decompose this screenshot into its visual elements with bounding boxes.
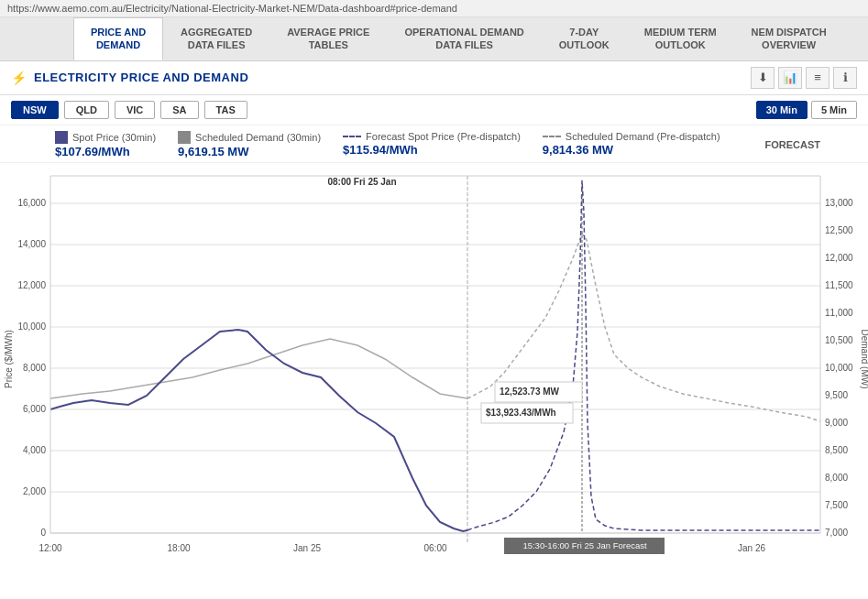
svg-text:8,000: 8,000 [23,363,46,373]
svg-text:0: 0 [40,528,46,538]
svg-text:Jan 26: Jan 26 [738,543,765,553]
region-buttons: NSW QLD VIC SA TAS [11,101,247,119]
region-sa[interactable]: SA [160,101,198,119]
lightning-icon: ⚡ [11,71,27,85]
svg-text:12,500: 12,500 [825,225,853,235]
scheduled-demand-swatch [178,131,191,144]
svg-text:11,000: 11,000 [825,308,853,318]
tab-average-price[interactable]: AVERAGE PRICETABLES [269,17,387,60]
time-5min[interactable]: 5 Min [811,101,857,119]
forecast-spot-label: Forecast Spot Price (Pre-dispatch) [366,131,521,142]
svg-text:10,000: 10,000 [17,321,46,332]
svg-text:06:00: 06:00 [423,543,446,553]
svg-rect-0 [0,167,868,561]
svg-text:2,000: 2,000 [23,486,46,496]
legend-forecast-spot: Forecast Spot Price (Pre-dispatch) $115.… [343,131,521,157]
svg-text:18:00: 18:00 [167,543,190,553]
svg-text:Demand (MW): Demand (MW) [860,329,868,388]
legend-area: Spot Price (30min) $107.69/MWh Scheduled… [0,125,868,163]
svg-text:13,000: 13,000 [825,198,853,208]
svg-text:8,500: 8,500 [825,445,848,455]
nav-tabs: PRICE ANDDEMAND AGGREGATEDDATA FILES AVE… [0,17,868,61]
page-header: ⚡ ELECTRICITY PRICE AND DEMAND ⬇ 📊 ≡ ℹ [0,61,868,95]
svg-text:Price ($/MWh): Price ($/MWh) [4,330,14,388]
chart-container[interactable]: 0 2,000 4,000 6,000 8,000 10,000 12,000 … [0,163,868,588]
legend-scheduled-demand: Scheduled Demand (30min) 9,619.15 MW [178,131,321,158]
tab-medium-term[interactable]: MEDIUM TERMOUTLOOK [627,17,734,60]
svg-text:4,000: 4,000 [23,445,46,455]
header-actions: ⬇ 📊 ≡ ℹ [751,67,857,89]
tab-nem-dispatch[interactable]: NEM DISPATCHOVERVIEW [734,17,844,60]
tab-aggregated[interactable]: AGGREGATEDDATA FILES [163,17,269,60]
legend-spot-price: Spot Price (30min) $107.69/MWh [55,131,156,158]
scheduled-demand-pred-swatch [543,136,561,137]
svg-text:08:00 Fri 25 Jan: 08:00 Fri 25 Jan [327,177,396,187]
svg-text:7,500: 7,500 [825,500,848,510]
chart-svg-wrapper: 0 2,000 4,000 6,000 8,000 10,000 12,000 … [0,167,868,561]
scheduled-demand-pred-value: 9,814.36 MW [543,143,720,157]
time-buttons: 30 Min 5 Min [756,101,857,119]
svg-text:14,000: 14,000 [17,239,46,249]
svg-text:12:00: 12:00 [38,543,61,553]
svg-text:8,000: 8,000 [825,473,848,483]
tab-price-demand[interactable]: PRICE ANDDEMAND [73,17,163,60]
svg-text:7,000: 7,000 [825,528,848,538]
info-button[interactable]: ℹ [833,67,857,89]
page-title-area: ⚡ ELECTRICITY PRICE AND DEMAND [11,71,248,85]
table-button[interactable]: ≡ [806,67,830,89]
svg-text:6,000: 6,000 [23,404,46,414]
scheduled-demand-pred-label: Scheduled Demand (Pre-dispatch) [566,131,720,142]
scheduled-demand-label: Scheduled Demand (30min) [195,132,321,143]
region-vic[interactable]: VIC [115,101,155,119]
region-qld[interactable]: QLD [64,101,109,119]
svg-text:Jan 25: Jan 25 [293,543,321,553]
svg-text:15:30-16:00 Fri 25 Jan Forecas: 15:30-16:00 Fri 25 Jan Forecast [522,540,647,550]
svg-text:9,000: 9,000 [825,418,848,428]
controls-bar: NSW QLD VIC SA TAS 30 Min 5 Min [0,95,868,125]
spot-price-label: Spot Price (30min) [72,132,156,143]
scheduled-demand-value: 9,619.15 MW [178,145,321,158]
spot-price-value: $107.69/MWh [55,145,156,158]
svg-text:11,500: 11,500 [825,280,853,290]
url-text: https://www.aemo.com.au/Electricity/Nati… [7,3,457,14]
page-title: ELECTRICITY PRICE AND DEMAND [34,71,248,84]
tab-7day[interactable]: 7-DAYOUTLOOK [542,17,627,60]
region-nsw[interactable]: NSW [11,101,59,119]
url-bar: https://www.aemo.com.au/Electricity/Nati… [0,0,868,17]
download-button[interactable]: ⬇ [751,67,775,89]
legend-scheduled-demand-pred: Scheduled Demand (Pre-dispatch) 9,814.36… [543,131,720,157]
tab-operational[interactable]: OPERATIONAL DEMANDDATA FILES [387,17,541,60]
svg-text:12,523.73 MW: 12,523.73 MW [500,387,560,397]
forecast-spot-swatch [343,136,361,137]
svg-text:$13,923.43/MWh: $13,923.43/MWh [486,408,556,418]
region-tas[interactable]: TAS [204,101,247,119]
svg-text:12,000: 12,000 [17,280,46,290]
svg-text:9,500: 9,500 [825,390,848,400]
main-chart[interactable]: 0 2,000 4,000 6,000 8,000 10,000 12,000 … [0,167,868,561]
forecast-spot-value: $115.94/MWh [343,143,521,157]
svg-text:10,000: 10,000 [825,363,853,373]
chart-button[interactable]: 📊 [778,67,802,89]
forecast-label: FORECAST [765,139,858,150]
svg-text:12,000: 12,000 [825,253,853,263]
spot-price-swatch [55,131,68,144]
svg-text:16,000: 16,000 [17,198,46,208]
svg-text:10,500: 10,500 [825,335,853,345]
time-30min[interactable]: 30 Min [756,101,808,119]
